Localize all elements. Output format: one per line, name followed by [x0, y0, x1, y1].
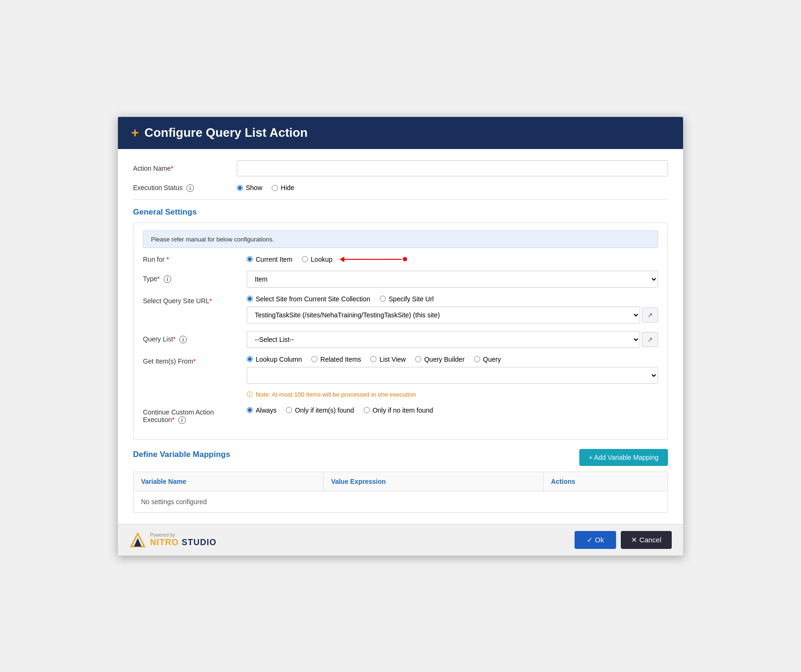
divider-1 [133, 199, 668, 200]
site-url-select[interactable]: TestingTaskSite (/sites/NehaTraining/Tes… [247, 307, 640, 324]
variable-table-empty-row: No settings configured [134, 491, 668, 512]
get-items-query[interactable]: Query [474, 356, 501, 363]
note-text: ⓘ Note: At most 100 items will be proces… [247, 390, 658, 399]
variable-mappings-title: Define Variable Mappings [133, 450, 230, 459]
action-name-row: Action Name* [133, 160, 668, 176]
get-items-options: Lookup Column Related Items List View [247, 356, 658, 363]
continue-notfound-radio[interactable] [364, 407, 370, 413]
run-for-row: Run for * Current Item Lookup [143, 256, 658, 263]
site-url-label: Select Query Site URL* [143, 295, 247, 305]
action-name-input[interactable] [237, 160, 668, 176]
general-settings-section: General Settings Please refer manual for… [133, 207, 668, 440]
get-items-label: Get Item(s) From* [143, 356, 247, 365]
get-items-querybuilder-radio[interactable] [415, 356, 421, 362]
action-name-wrap [237, 160, 668, 176]
get-items-query-radio[interactable] [474, 356, 480, 362]
run-for-options: Current Item Lookup [247, 256, 658, 263]
variable-table-empty-cell: No settings configured [134, 491, 668, 512]
execution-hide-radio[interactable] [272, 185, 278, 191]
modal-footer: Powered by NITRO STUDIO ✓ Ok ✕ Cancel [118, 524, 683, 556]
execution-hide-option[interactable]: Hide [272, 184, 294, 191]
modal-title: Configure Query List Action [144, 125, 308, 140]
continue-execution-wrap: Always Only if item(s) found Only if no … [247, 407, 658, 414]
continue-if-found[interactable]: Only if item(s) found [286, 407, 354, 414]
footer-nitro: NITRO [150, 538, 179, 547]
continue-info-icon[interactable]: i [178, 416, 186, 424]
query-list-label: Query List* i [143, 335, 247, 343]
query-list-select-row: --Select List-- ↗ [247, 331, 658, 348]
footer-studio: STUDIO [179, 538, 217, 547]
type-select-wrap: Item Document Folder [247, 271, 658, 288]
continue-always-radio[interactable] [247, 407, 253, 413]
general-settings-inner: Please refer manual for below configurat… [133, 223, 668, 440]
get-items-list-view[interactable]: List View [370, 356, 406, 363]
variable-table-body: No settings configured [134, 491, 668, 512]
variable-mappings-section: Define Variable Mappings + Add Variable … [133, 449, 668, 513]
get-items-listview-radio[interactable] [370, 356, 376, 362]
variable-mappings-header: Define Variable Mappings + Add Variable … [133, 449, 668, 466]
continue-execution-row: Continue Custom Action Execution* i Alwa… [143, 407, 658, 424]
arrow-annotation [340, 257, 407, 261]
plus-icon: + [131, 125, 139, 141]
site-url-wrap: Select Site from Current Site Collection… [247, 295, 658, 324]
col-value-expression: Value Expression [323, 472, 543, 491]
site-url-current-collection[interactable]: Select Site from Current Site Collection [247, 295, 370, 303]
get-items-lookup-radio[interactable] [247, 356, 253, 362]
type-row: Type* i Item Document Folder [143, 271, 658, 288]
execution-status-info-icon[interactable]: i [186, 184, 194, 192]
get-items-related-radio[interactable] [311, 356, 317, 362]
footer-buttons: ✓ Ok ✕ Cancel [575, 531, 672, 549]
continue-always[interactable]: Always [247, 407, 276, 414]
site-url-collection-radio[interactable] [247, 296, 253, 302]
type-label: Type* i [143, 275, 247, 283]
run-for-current-radio[interactable] [247, 256, 253, 262]
modal-header: + Configure Query List Action [118, 117, 683, 149]
site-url-external-btn[interactable]: ↗ [642, 307, 658, 323]
footer-brand: Powered by NITRO STUDIO [150, 532, 217, 548]
run-for-lookup-radio[interactable] [302, 256, 308, 262]
continue-if-not-found[interactable]: Only if no item found [364, 407, 433, 414]
type-info-icon[interactable]: i [164, 275, 171, 283]
query-list-external-btn[interactable]: ↗ [642, 332, 658, 347]
variable-table-head: Variable Name Value Expression Actions [134, 472, 668, 491]
execution-status-label: Execution Status i [133, 184, 237, 192]
modal-container: + Configure Query List Action Action Nam… [117, 116, 684, 556]
warning-icon: ⓘ [247, 390, 253, 399]
site-url-specify[interactable]: Specify Site Url [380, 295, 434, 303]
query-list-wrap: --Select List-- ↗ [247, 331, 658, 348]
info-box: Please refer manual for below configurat… [143, 231, 658, 248]
site-url-specify-radio[interactable] [380, 296, 386, 302]
footer-brand-name: NITRO STUDIO [150, 538, 217, 548]
execution-show-option[interactable]: Show [237, 184, 262, 191]
get-items-wrap: Lookup Column Related Items List View [247, 356, 658, 399]
execution-status-row: Execution Status i Show Hide [133, 184, 668, 192]
col-variable-name: Variable Name [134, 472, 324, 491]
cancel-button[interactable]: ✕ Cancel [621, 531, 672, 549]
type-select[interactable]: Item Document Folder [247, 271, 658, 288]
action-name-label: Action Name* [133, 165, 237, 172]
footer-powered-by: Powered by [150, 532, 217, 538]
get-items-lookup-column[interactable]: Lookup Column [247, 356, 302, 363]
execution-status-options: Show Hide [237, 184, 668, 191]
get-items-related-items[interactable]: Related Items [311, 356, 361, 363]
continue-execution-options: Always Only if item(s) found Only if no … [247, 407, 658, 414]
nitro-logo-icon [129, 531, 146, 548]
query-list-select[interactable]: --Select List-- [247, 331, 640, 348]
footer-logo: Powered by NITRO STUDIO [129, 531, 217, 548]
get-items-query-builder[interactable]: Query Builder [415, 356, 465, 363]
execution-show-radio[interactable] [237, 185, 243, 191]
get-items-row: Get Item(s) From* Lookup Column Related … [143, 356, 658, 399]
general-settings-title: General Settings [133, 207, 668, 217]
ok-button[interactable]: ✓ Ok [575, 531, 616, 549]
modal-body: Action Name* Execution Status i Show Hid… [118, 149, 683, 524]
get-items-column-select[interactable] [247, 367, 658, 384]
run-for-current-item[interactable]: Current Item [247, 256, 292, 263]
variable-mappings-table: Variable Name Value Expression Actions N… [133, 472, 668, 513]
continue-found-radio[interactable] [286, 407, 292, 413]
run-for-lookup[interactable]: Lookup [302, 256, 333, 263]
site-url-radios: Select Site from Current Site Collection… [247, 295, 658, 303]
add-variable-mapping-button[interactable]: + Add Variable Mapping [579, 449, 668, 466]
query-list-info-icon[interactable]: i [179, 336, 187, 343]
continue-execution-label: Continue Custom Action Execution* i [143, 407, 247, 424]
run-for-label: Run for * [143, 256, 247, 263]
